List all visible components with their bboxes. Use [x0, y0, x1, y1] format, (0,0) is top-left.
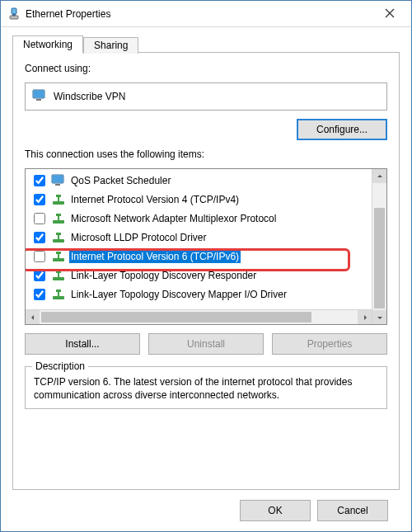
monitor-icon: [32, 89, 47, 105]
item-label: Internet Protocol Version 4 (TCP/IPv4): [69, 193, 241, 206]
cancel-button[interactable]: Cancel: [317, 500, 388, 521]
list-buttons-row: Install... Uninstall Properties: [25, 333, 387, 355]
connect-using-label: Connect using:: [25, 63, 387, 74]
item-label: Internet Protocol Version 6 (TCP/IPv6): [69, 250, 241, 263]
properties-button: Properties: [272, 333, 387, 355]
svg-marker-31: [377, 175, 382, 177]
description-group: Description TCP/IP version 6. The latest…: [25, 366, 387, 409]
svg-rect-2: [10, 16, 18, 19]
list-item[interactable]: Link-Layer Topology Discovery Responder: [26, 266, 372, 285]
tab-networking[interactable]: Networking: [12, 35, 83, 53]
svg-rect-13: [56, 195, 61, 197]
window-title: Ethernet Properties: [26, 8, 373, 20]
network-protocol-icon: [51, 231, 66, 244]
item-checkbox[interactable]: [34, 289, 45, 300]
svg-marker-30: [364, 315, 367, 320]
list-item[interactable]: Link-Layer Topology Discovery Mapper I/O…: [26, 285, 372, 304]
tab-strip: Networking Sharing: [12, 32, 400, 52]
scroll-left-icon[interactable]: [26, 310, 40, 324]
adapter-icon: [7, 7, 21, 21]
configure-button[interactable]: Configure...: [297, 119, 387, 140]
svg-rect-28: [56, 290, 61, 292]
item-label: Link-Layer Topology Discovery Responder: [69, 269, 258, 282]
svg-rect-7: [36, 99, 41, 101]
items-label: This connection uses the following items…: [25, 148, 387, 160]
description-legend: Description: [32, 360, 88, 372]
item-checkbox[interactable]: [34, 251, 45, 262]
item-checkbox[interactable]: [34, 270, 45, 281]
adapter-box[interactable]: Windscribe VPN: [25, 82, 387, 111]
list-item[interactable]: Internet Protocol Version 6 (TCP/IPv6): [26, 247, 372, 266]
client-area: Networking Sharing Connect using: Windsc…: [1, 27, 411, 531]
item-label: Microsoft Network Adapter Multiplexor Pr…: [69, 212, 278, 225]
list-item[interactable]: Microsoft Network Adapter Multiplexor Pr…: [26, 209, 372, 228]
vertical-scrollbar[interactable]: [372, 169, 386, 324]
monitor-icon: [51, 174, 66, 187]
item-label: QoS Packet Scheduler: [69, 174, 172, 187]
ok-button[interactable]: OK: [240, 500, 311, 521]
svg-rect-25: [56, 271, 61, 273]
tab-sharing[interactable]: Sharing: [83, 37, 138, 54]
dialog-footer: OK Cancel: [12, 490, 400, 531]
horizontal-scrollbar[interactable]: [26, 309, 372, 324]
list-item[interactable]: Internet Protocol Version 4 (TCP/IPv4): [26, 190, 372, 209]
item-checkbox[interactable]: [34, 232, 45, 243]
svg-rect-16: [56, 214, 61, 216]
titlebar: Ethernet Properties: [1, 1, 411, 27]
svg-rect-9: [53, 176, 63, 182]
item-checkbox[interactable]: [34, 175, 45, 186]
item-label: Link-Layer Topology Discovery Mapper I/O…: [69, 288, 288, 301]
svg-rect-6: [34, 91, 44, 97]
item-checkbox[interactable]: [34, 213, 45, 224]
svg-marker-32: [377, 317, 382, 319]
scroll-up-icon[interactable]: [372, 169, 386, 183]
adapter-name: Windscribe VPN: [54, 91, 125, 102]
list-item[interactable]: Microsoft LLDP Protocol Driver: [26, 228, 372, 247]
install-button[interactable]: Install...: [25, 333, 140, 355]
svg-rect-0: [12, 8, 16, 14]
network-protocol-icon: [51, 250, 66, 263]
network-protocol-icon: [51, 288, 66, 301]
components-list[interactable]: QoS Packet SchedulerInternet Protocol Ve…: [25, 168, 387, 325]
item-checkbox[interactable]: [34, 194, 45, 205]
item-label: Microsoft LLDP Protocol Driver: [69, 231, 208, 244]
list-item[interactable]: QoS Packet Scheduler: [26, 171, 372, 190]
svg-marker-29: [31, 315, 34, 320]
network-protocol-icon: [51, 212, 66, 225]
svg-rect-22: [56, 252, 61, 254]
network-protocol-icon: [51, 269, 66, 282]
close-icon[interactable]: [373, 4, 406, 24]
uninstall-button: Uninstall: [148, 333, 264, 355]
description-text: TCP/IP version 6. The latest version of …: [34, 375, 378, 402]
svg-rect-19: [56, 233, 61, 235]
scroll-down-icon[interactable]: [372, 310, 386, 324]
networking-panel: Connect using: Windscribe VPN Configure.…: [12, 52, 400, 490]
network-protocol-icon: [51, 193, 66, 206]
svg-rect-10: [55, 184, 60, 186]
ethernet-properties-window: Ethernet Properties Networking Sharing C…: [0, 0, 412, 532]
scroll-right-icon[interactable]: [358, 310, 372, 324]
